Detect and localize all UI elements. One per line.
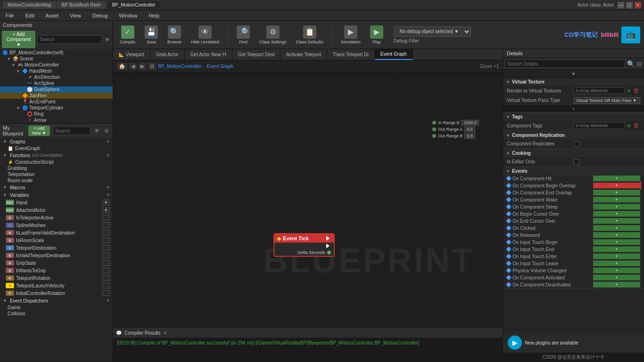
- menu-window[interactable]: Window: [116, 12, 140, 19]
- save-button[interactable]: 💾 Save: [142, 25, 161, 45]
- var-isvalidteleport[interactable]: B IsValidTeleportDestination: [0, 252, 113, 259]
- tree-arcendpoint[interactable]: 📍 ArcEndPoint: [0, 99, 113, 105]
- event-ec-add-btn[interactable]: +: [593, 218, 640, 224]
- breadcrumb-grid-btn[interactable]: ⊞: [148, 63, 156, 70]
- find-button[interactable]: 🔎 Find: [234, 25, 253, 45]
- tree-arcspline[interactable]: 〰 ArcSpline: [0, 80, 113, 86]
- var-gripstate[interactable]: B GripState: [0, 259, 113, 267]
- components-search-input[interactable]: [37, 35, 102, 44]
- menu-file[interactable]: File: [3, 12, 17, 19]
- tree-handmesh[interactable]: ▼ 🔷 HandMesh: [0, 68, 113, 74]
- title-tab-1[interactable]: BP BoxMesh Red+: [57, 1, 107, 8]
- eventgraph-item[interactable]: 📋 EventGraph: [0, 145, 113, 152]
- cooking-header[interactable]: ▼ Cooking: [503, 149, 644, 157]
- tree-arrow[interactable]: ↑ Arrow: [0, 117, 113, 123]
- browse-button[interactable]: 🔍 Browse: [165, 25, 184, 45]
- var-teleportlaunch[interactable]: V TeleportLaunchVelocity: [0, 282, 113, 289]
- breadcrumb-current[interactable]: Event Graph: [207, 64, 233, 69]
- graphs-add-btn[interactable]: +: [107, 138, 110, 145]
- grabbing-item[interactable]: Grabbing: [0, 165, 113, 171]
- macros-add-btn[interactable]: +: [107, 184, 110, 191]
- tree-teleportcylinder[interactable]: ▼ 🔵 TeleportCylinder: [0, 105, 113, 111]
- comp-rep-header[interactable]: ▼ Component Replication: [503, 131, 644, 139]
- tree-scene[interactable]: ▼ 📦 Scene: [0, 56, 113, 62]
- menu-edit[interactable]: Edit: [23, 12, 37, 19]
- event-bo-add-btn[interactable]: +: [593, 183, 640, 188]
- tab-activate-teleport[interactable]: Activate Teleport: [281, 49, 327, 60]
- tree-jianren[interactable]: 🔶 JianRen: [0, 93, 113, 99]
- var-blastframe[interactable]: B bLastFrameValidDestination: [0, 229, 113, 236]
- compiler-x-btn[interactable]: ✕: [163, 330, 167, 336]
- var-bwantstogrip[interactable]: B bWantsToGrip: [0, 267, 113, 274]
- compile-button[interactable]: ✓ Compile: [117, 25, 138, 45]
- breadcrumb-root[interactable]: BP_MotionController: [158, 64, 201, 69]
- mybp-add-button[interactable]: + Add New ▼: [28, 126, 50, 136]
- var-attachedactor[interactable]: REF AttachedActor 👁: [0, 206, 113, 214]
- details-search-input[interactable]: [505, 59, 625, 68]
- event-eo-add-btn[interactable]: +: [593, 190, 640, 195]
- title-tab-2[interactable]: BP_MotionController: [107, 1, 160, 8]
- play-button[interactable]: ▶ Play: [367, 25, 386, 45]
- minimize-btn[interactable]: —: [618, 2, 624, 8]
- functions-section[interactable]: ▼ Functions (19 Overridable) +: [0, 152, 113, 159]
- mybp-view-btn[interactable]: 👁: [93, 128, 100, 134]
- event-dispatchers-section[interactable]: ▼ Event Dispatchers +: [0, 297, 113, 304]
- maximize-btn[interactable]: □: [626, 2, 633, 8]
- event-cw-add-btn[interactable]: +: [593, 197, 640, 202]
- details-search-btn[interactable]: 🔍: [627, 60, 635, 67]
- tree-ring[interactable]: ⭕ Ring: [0, 111, 113, 117]
- tree-motioncontroller[interactable]: ▼ 🎮 MotionController: [0, 62, 113, 68]
- tags-del-btn[interactable]: 🗑: [633, 122, 640, 129]
- tree-item-self[interactable]: 🔵 BP_MotionController(self): [0, 50, 113, 56]
- variables-add-btn[interactable]: +: [107, 192, 110, 198]
- var-isteleporteractive[interactable]: B IsTeleporterActive: [0, 214, 113, 221]
- collision-item[interactable]: Collision: [0, 311, 113, 317]
- menu-debug[interactable]: Debug: [90, 12, 110, 19]
- game-item[interactable]: Game: [0, 304, 113, 311]
- compiler-results-label[interactable]: Compiler Results: [124, 330, 160, 336]
- event-ca-add-btn[interactable]: +: [593, 275, 640, 280]
- event-pv-add-btn[interactable]: +: [593, 268, 640, 273]
- components-view-btn[interactable]: 👁: [104, 37, 111, 42]
- event-cs-add-btn[interactable]: +: [593, 204, 640, 210]
- tree-arcdirection[interactable]: ↗ ArcDirection: [0, 74, 113, 80]
- construction-item[interactable]: ⚡ ConstructionScript: [0, 159, 113, 165]
- functions-add-btn[interactable]: +: [107, 152, 110, 159]
- event-cl-add-btn[interactable]: +: [593, 225, 640, 231]
- details-collapse-btn[interactable]: ⊟: [637, 60, 642, 67]
- tags-add-btn[interactable]: +: [626, 122, 632, 129]
- event-bc-add-btn[interactable]: +: [593, 211, 640, 217]
- roomscale-item[interactable]: Room-scale: [0, 177, 113, 184]
- var-teleportdest[interactable]: V TeleportDestination: [0, 244, 113, 252]
- close-btn[interactable]: ✕: [635, 2, 641, 8]
- var-hand[interactable]: REF Hand 👁: [0, 199, 113, 206]
- tab-get-actor[interactable]: Get Actor Near H: [185, 49, 232, 60]
- vt-pass-dropdown[interactable]: Virtual Texture OR Main Pass ▼: [574, 97, 641, 104]
- debug-dropdown[interactable]: No debug object selected ▼: [394, 26, 471, 37]
- tab-trace-teleport[interactable]: Trace Teleport Di: [327, 49, 375, 60]
- var-splinemeshes[interactable]: □ SplineMeshes: [0, 221, 113, 229]
- editor-only-checkbox[interactable]: [574, 159, 579, 165]
- render-vt-del-btn[interactable]: 🗑: [633, 87, 640, 94]
- breadcrumb-forward-btn[interactable]: ▶: [139, 63, 146, 70]
- hide-unrelated-button[interactable]: 👁 Hide Unrelated: [188, 25, 222, 45]
- event-cda-add-btn[interactable]: +: [593, 282, 640, 287]
- class-settings-button[interactable]: ⚙ Class Settings: [256, 25, 289, 45]
- mybp-search-input[interactable]: [53, 126, 91, 135]
- menu-asset[interactable]: Asset: [43, 12, 62, 19]
- tab-grab-actor[interactable]: Grab Actor: [150, 49, 185, 60]
- event-itenter-add-btn[interactable]: +: [593, 253, 640, 259]
- var-isroomscale[interactable]: B IsRoomScale: [0, 236, 113, 244]
- tab-viewport[interactable]: 📐 Viewport: [113, 49, 150, 60]
- breadcrumb-back-btn[interactable]: ◀: [129, 63, 137, 70]
- tab-get-teleport[interactable]: Get Teleport Dest: [232, 49, 281, 60]
- teleportation-item[interactable]: Teleportation: [0, 171, 113, 177]
- macros-section[interactable]: ▼ Macros +: [0, 184, 113, 191]
- render-vt-add-btn[interactable]: +: [626, 87, 632, 94]
- virtual-texture-header[interactable]: ▼ Virtual Texture: [503, 78, 644, 86]
- event-itl-add-btn[interactable]: +: [593, 261, 640, 266]
- events-header[interactable]: ▼ Events: [503, 167, 644, 175]
- event-hit-add-btn[interactable]: +: [593, 176, 640, 181]
- variables-section[interactable]: ▼ Variables +: [0, 191, 113, 199]
- var-initialcontrollerrotation[interactable]: R InitialControllerRotation: [0, 289, 113, 297]
